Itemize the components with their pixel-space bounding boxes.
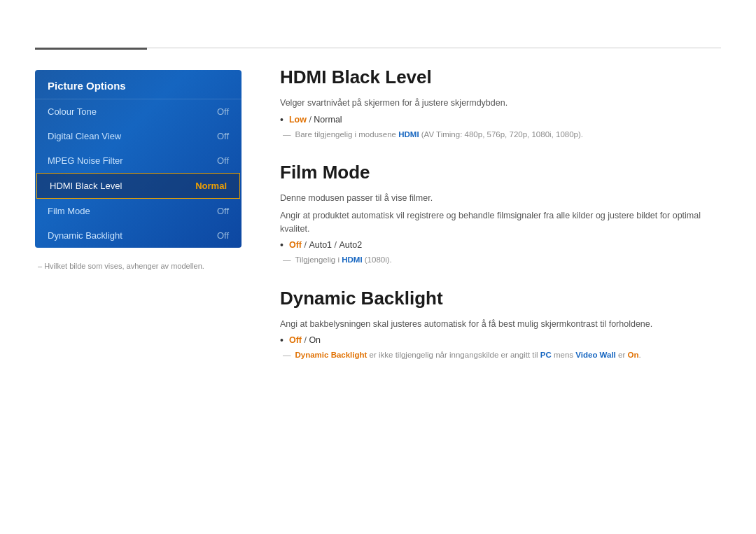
dynamic-note-pc: PC <box>540 349 552 361</box>
film-mode-title: Film Mode <box>280 162 721 183</box>
dynamic-note-mid2: mens <box>552 349 576 361</box>
dynamic-backlight-value: Off <box>217 230 229 241</box>
film-mode-desc2: Angir at produktet automatisk vil regist… <box>280 209 721 236</box>
section-dynamic-backlight: Dynamic Backlight Angi at bakbelysningen… <box>280 288 721 362</box>
film-mode-desc1: Denne modusen passer til å vise filmer. <box>280 192 721 205</box>
menu-item-colour-tone[interactable]: Colour Tone Off <box>35 99 241 124</box>
colour-tone-value: Off <box>217 106 229 117</box>
dynamic-note-mid1: er ikke tilgjengelig når inngangskilde e… <box>367 349 540 361</box>
film-note-blue: HDMI <box>342 254 362 266</box>
dynamic-note-on: On <box>627 349 638 361</box>
film-auto1-text: Auto1 <box>309 240 332 250</box>
menu-item-mpeg-noise-filter[interactable]: MPEG Noise Filter Off <box>35 148 241 173</box>
film-note-pre: Tilgjengelig i <box>295 254 342 266</box>
hdmi-low-text: Low <box>289 115 307 125</box>
film-note-rest: (1080i). <box>363 254 392 266</box>
film-mode-value: Off <box>217 206 229 216</box>
colour-tone-label: Colour Tone <box>48 106 97 117</box>
hdmi-black-level-note: Bare tilgjengelig i modusene HDMI (AV Ti… <box>283 129 721 141</box>
dynamic-off-text: Off <box>289 335 302 345</box>
film-mode-bullet: Off / Auto1 / Auto2 <box>280 239 721 251</box>
film-slash1: / <box>302 240 309 250</box>
mpeg-noise-filter-label: MPEG Noise Filter <box>48 155 123 166</box>
left-panel: Picture Options Colour Tone Off Digital … <box>35 70 241 270</box>
hdmi-black-level-desc: Velger svartnivået på skjermen for å jus… <box>280 97 721 110</box>
mpeg-noise-filter-value: Off <box>217 155 229 166</box>
film-auto2-text: Auto2 <box>339 240 362 250</box>
menu-item-hdmi-black-level[interactable]: HDMI Black Level Normal <box>36 173 240 199</box>
dynamic-slash: / <box>302 335 309 345</box>
dynamic-note-orange: Dynamic Backlight <box>295 349 368 361</box>
menu-item-dynamic-backlight[interactable]: Dynamic Backlight Off <box>35 223 241 248</box>
hdmi-black-level-value: Normal <box>195 181 227 191</box>
hdmi-slash: / <box>307 115 314 125</box>
dynamic-backlight-bullet: Off / On <box>280 335 721 346</box>
digital-clean-view-value: Off <box>217 131 229 141</box>
dynamic-backlight-title: Dynamic Backlight <box>280 288 721 309</box>
dynamic-backlight-note: Dynamic Backlight er ikke tilgjengelig n… <box>283 349 721 361</box>
dynamic-note-end: . <box>638 349 640 361</box>
hdmi-black-level-bullet: Low / Normal <box>280 114 721 125</box>
top-border-accent <box>35 48 147 50</box>
left-panel-footnote: – Hvilket bilde som vises, avhenger av m… <box>35 262 241 270</box>
hdmi-black-level-title: HDMI Black Level <box>280 66 721 88</box>
section-film-mode: Film Mode Denne modusen passer til å vis… <box>280 162 721 267</box>
dynamic-backlight-desc: Angi at bakbelysningen skal justeres aut… <box>280 318 721 331</box>
section-hdmi-black-level: HDMI Black Level Velger svartnivået på s… <box>280 66 721 141</box>
film-off-text: Off <box>289 240 302 250</box>
film-slash2: / <box>332 240 339 250</box>
right-content: HDMI Black Level Velger svartnivået på s… <box>280 66 721 383</box>
hdmi-note-pre: Bare tilgjengelig i modusene <box>295 129 399 141</box>
hdmi-black-level-label: HDMI Black Level <box>50 181 122 191</box>
digital-clean-view-label: Digital Clean View <box>48 131 121 141</box>
film-mode-label: Film Mode <box>48 206 90 216</box>
hdmi-note-rest: (AV Timing: 480p, 576p, 720p, 1080i, 108… <box>419 129 583 141</box>
menu-header: Picture Options <box>35 70 241 99</box>
menu-item-film-mode[interactable]: Film Mode Off <box>35 199 241 223</box>
film-mode-note: Tilgjengelig i HDMI (1080i). <box>283 254 721 266</box>
menu-container: Picture Options Colour Tone Off Digital … <box>35 70 241 248</box>
dynamic-note-mid3: er <box>616 349 628 361</box>
dynamic-note-videowall: Video Wall <box>575 349 616 361</box>
hdmi-note-blue: HDMI <box>398 129 419 141</box>
dynamic-backlight-label: Dynamic Backlight <box>48 230 122 241</box>
menu-item-digital-clean-view[interactable]: Digital Clean View Off <box>35 124 241 148</box>
hdmi-normal-text: Normal <box>314 115 342 125</box>
dynamic-on-text: On <box>309 335 321 345</box>
